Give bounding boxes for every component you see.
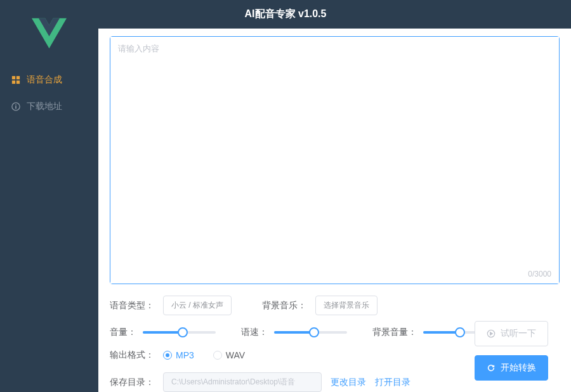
open-dir-link[interactable]: 打开目录 xyxy=(375,377,410,388)
sidebar-item-tts[interactable]: 语音合成 xyxy=(0,67,98,93)
radio-circle-icon xyxy=(213,351,222,360)
bg-music-select[interactable]: 选择背景音乐 xyxy=(315,296,377,315)
play-icon xyxy=(487,329,496,338)
text-input-area: 0/3000 xyxy=(110,36,560,284)
char-counter: 0/3000 xyxy=(528,270,551,278)
sidebar-item-label: 语音合成 xyxy=(27,74,62,86)
info-icon xyxy=(11,102,20,111)
main-panel: 0/3000 语音类型： 小云 / 标准女声 背景音乐： 选择背景音乐 音量： xyxy=(98,29,571,392)
radio-wav[interactable]: WAV xyxy=(213,350,245,360)
svg-rect-1 xyxy=(16,76,20,79)
content-textarea[interactable] xyxy=(110,37,559,284)
svg-rect-0 xyxy=(12,76,15,79)
sidebar-item-download[interactable]: 下载地址 xyxy=(0,93,98,120)
bg-volume-label: 背景音量： xyxy=(372,327,417,338)
voice-type-select[interactable]: 小云 / 标准女声 xyxy=(163,296,232,315)
grid-icon xyxy=(11,75,20,84)
svg-rect-2 xyxy=(12,81,15,84)
preview-button[interactable]: 试听一下 xyxy=(475,321,548,346)
radio-mp3[interactable]: MP3 xyxy=(163,350,194,360)
sidebar: 语音合成 下载地址 xyxy=(0,29,98,392)
svg-rect-3 xyxy=(16,81,20,84)
app-title: AI配音专家 v1.0.5 xyxy=(245,8,327,21)
save-dir-label: 保存目录： xyxy=(110,377,154,388)
bg-music-label: 背景音乐： xyxy=(262,300,306,311)
speed-label: 语速： xyxy=(241,327,268,338)
save-dir-input[interactable]: C:\Users\Administrator\Desktop\语音 xyxy=(163,372,322,392)
output-format-label: 输出格式： xyxy=(110,350,154,361)
svg-rect-6 xyxy=(15,106,16,108)
sidebar-item-label: 下载地址 xyxy=(27,101,62,112)
refresh-icon xyxy=(487,363,496,372)
svg-point-5 xyxy=(15,105,16,106)
vue-logo xyxy=(0,10,98,67)
change-dir-link[interactable]: 更改目录 xyxy=(331,377,366,388)
volume-label: 音量： xyxy=(110,327,136,338)
radio-circle-icon xyxy=(163,351,172,360)
speed-slider[interactable] xyxy=(274,331,347,334)
voice-type-label: 语音类型： xyxy=(110,300,154,311)
convert-button[interactable]: 开始转换 xyxy=(475,355,548,381)
volume-slider[interactable] xyxy=(143,331,216,334)
